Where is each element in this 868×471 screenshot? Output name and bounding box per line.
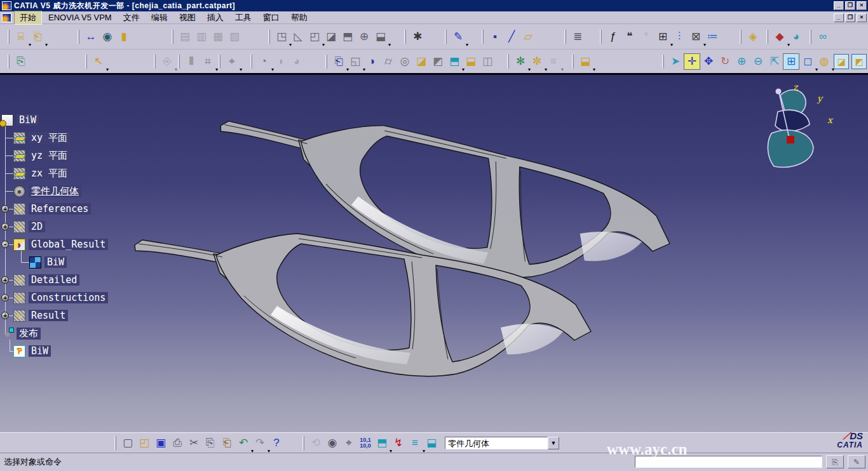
- snap-icon[interactable]: ⌖▾: [224, 53, 240, 70]
- enovia-save-icon[interactable]: ⎗▾: [29, 29, 46, 45]
- draft-analysis-icon[interactable]: ◑: [272, 53, 288, 70]
- formula-icon[interactable]: ƒ: [605, 29, 621, 45]
- undo-icon[interactable]: ↶▾: [235, 435, 252, 451]
- toolbar-drag-handle[interactable]: [740, 30, 742, 44]
- tree-item-yz-[interactable]: yz 平面: [0, 147, 172, 164]
- design-table-icon[interactable]: ⊞▾: [654, 29, 671, 45]
- toolbar-drag-handle[interactable]: [325, 55, 327, 69]
- toolbar-drag-handle[interactable]: [564, 30, 566, 44]
- relations-icon[interactable]: ⫶: [671, 29, 688, 45]
- expand-icon[interactable]: +: [1, 294, 9, 302]
- units-precision-icon[interactable]: 10,110,0: [357, 435, 374, 451]
- sew-surface-icon[interactable]: ⬓: [463, 53, 479, 70]
- toolbar-drag-handle[interactable]: [482, 30, 484, 44]
- doc-restore-button[interactable]: ❐: [845, 13, 855, 22]
- axis-system-icon[interactable]: ⌖: [341, 435, 357, 451]
- point-icon[interactable]: ▪: [487, 29, 503, 45]
- iso-view-icon[interactable]: ◻▾: [799, 53, 816, 70]
- close-button[interactable]: ×: [857, 1, 867, 10]
- extract-spiral-icon[interactable]: ⊕: [356, 29, 372, 45]
- hole-icon[interactable]: ◎: [397, 53, 413, 70]
- menu-开始[interactable]: 开始: [14, 11, 42, 25]
- menu-enovia-v5-vpm[interactable]: ENOVIA V5 VPM: [43, 12, 117, 23]
- pad-icon[interactable]: ⎗▾: [330, 53, 347, 70]
- compass-base-square[interactable]: [787, 136, 794, 143]
- zoom-in-icon[interactable]: ⊕: [733, 53, 750, 70]
- groove-icon[interactable]: ⌭: [380, 53, 397, 70]
- new-document-icon[interactable]: ▢: [119, 435, 136, 451]
- restore-button[interactable]: ❐: [845, 1, 855, 10]
- part-cache-icon[interactable]: ⬒▾: [374, 435, 390, 451]
- compass-free-rotation-handle[interactable]: [776, 89, 782, 95]
- plane-icon[interactable]: ▱: [520, 29, 536, 45]
- enovia-open-icon[interactable]: ⌸▾: [13, 29, 29, 45]
- measure-item-icon[interactable]: ◉: [99, 29, 116, 45]
- menu-视图[interactable]: 视图: [174, 11, 201, 24]
- expand-icon[interactable]: +: [1, 276, 9, 284]
- toolbar-drag-handle[interactable]: [85, 55, 87, 69]
- sketcher-icon[interactable]: ✎▾: [450, 29, 466, 45]
- combo-dropdown-button[interactable]: ▼: [548, 437, 559, 449]
- whats-this-icon[interactable]: ?: [268, 435, 285, 451]
- quad-view-icon[interactable]: ⊞: [783, 53, 799, 70]
- split-surface-icon[interactable]: ◳▾: [273, 29, 290, 45]
- pan-icon[interactable]: ✥: [700, 53, 717, 70]
- update-all-icon[interactable]: ✻▾: [512, 53, 529, 70]
- render-style-icon[interactable]: ◍▾: [816, 53, 832, 70]
- equivalent-dimensions-icon[interactable]: ≔: [704, 29, 721, 45]
- structure-list-icon[interactable]: ≡▾: [407, 435, 423, 451]
- grid-icon[interactable]: ⌗▾: [200, 53, 216, 70]
- shaft-icon[interactable]: ◑: [363, 53, 380, 70]
- untrim-surface-icon[interactable]: ◰▾: [306, 29, 323, 45]
- toolbar-drag-handle[interactable]: [572, 55, 574, 69]
- tree-item-detailed[interactable]: +∿Detailed: [0, 271, 172, 289]
- mirror-structure-icon[interactable]: ⫴: [183, 53, 200, 70]
- pocket-icon[interactable]: ◱▾: [347, 53, 363, 70]
- dialog-toggle-button[interactable]: ⎘: [826, 455, 844, 468]
- open-document-icon[interactable]: ◰: [136, 435, 153, 451]
- menu-工具[interactable]: 工具: [230, 11, 257, 24]
- tree-item-global_result[interactable]: -◗Global_Result: [0, 236, 172, 253]
- menu-插入[interactable]: 插入: [202, 11, 229, 24]
- menu-文件[interactable]: 文件: [118, 11, 145, 24]
- slot-icon[interactable]: ◩: [430, 53, 446, 70]
- cut-icon[interactable]: ✂: [186, 435, 202, 451]
- minimize-button[interactable]: _: [834, 1, 844, 10]
- toolbar-drag-handle[interactable]: [178, 55, 180, 69]
- curvature-analysis-icon[interactable]: ◕: [288, 53, 305, 70]
- doc-close-button[interactable]: ×: [857, 13, 867, 22]
- open-catalog-icon[interactable]: ⬓: [423, 435, 440, 451]
- collapse-icon[interactable]: -: [1, 241, 9, 248]
- tree-item-xy-[interactable]: xy 平面: [0, 129, 172, 147]
- catalog-2-icon[interactable]: ▥: [193, 29, 210, 45]
- copy-icon[interactable]: ⎘: [202, 435, 219, 451]
- rib-icon[interactable]: ◪: [413, 53, 430, 70]
- toolbar-drag-handle[interactable]: [302, 436, 304, 450]
- catalog-4-icon[interactable]: ▧: [226, 29, 243, 45]
- tree-item-zx-[interactable]: zx 平面: [0, 164, 172, 182]
- doc-minimize-button[interactable]: _: [834, 13, 844, 22]
- toolbar-drag-handle[interactable]: [600, 30, 602, 44]
- expand-icon[interactable]: +: [1, 312, 9, 319]
- hide-show-icon[interactable]: ◪: [834, 54, 849, 69]
- surfaces-palette-icon[interactable]: ⬓▾: [577, 53, 593, 70]
- sphere-tool-icon[interactable]: ◔▾: [255, 53, 272, 70]
- normal-view-icon[interactable]: ⇱: [766, 53, 783, 70]
- distance-analysis-icon[interactable]: ◕: [788, 29, 804, 45]
- save-document-icon[interactable]: ▣: [153, 435, 169, 451]
- instantiate-icon[interactable]: ⎆▾: [159, 53, 175, 70]
- measure-inertia-icon[interactable]: ▮: [116, 29, 132, 45]
- fly-mode-icon[interactable]: ➤: [667, 53, 684, 70]
- paste-icon[interactable]: ⎗: [219, 435, 235, 451]
- thick-surface-icon[interactable]: ⬒▾: [446, 53, 463, 70]
- expand-icon[interactable]: +: [1, 223, 9, 230]
- catalog-browser-icon[interactable]: ≣: [569, 29, 586, 45]
- manual-update-icon[interactable]: ✼▾: [529, 53, 545, 70]
- tree-item-constructions[interactable]: +∿Constructions: [0, 289, 172, 307]
- knowledge-toggle-button[interactable]: ✎: [848, 455, 865, 468]
- data-exchange-icon[interactable]: ⎘: [13, 53, 29, 70]
- tree-item-2d[interactable]: +∿2D: [0, 218, 172, 236]
- toolbar-drag-handle[interactable]: [445, 30, 447, 44]
- measure-between-icon[interactable]: ↔: [83, 29, 99, 45]
- toolbar-drag-handle[interactable]: [8, 30, 10, 44]
